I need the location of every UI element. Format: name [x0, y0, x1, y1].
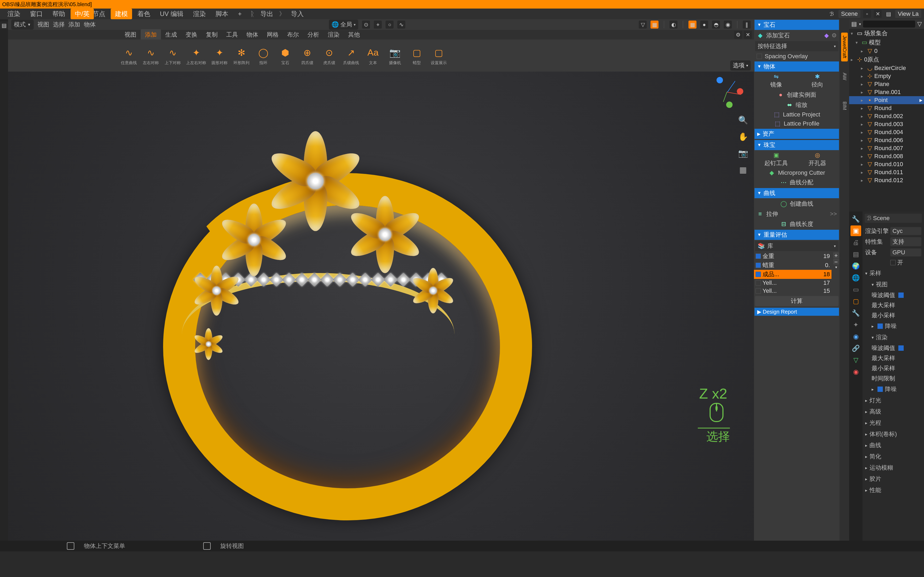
prop-section[interactable]: ▸降噪	[865, 384, 922, 395]
viewlayer-select[interactable]: View La	[895, 10, 921, 18]
gem-header[interactable]: ▼宝石	[754, 20, 839, 30]
scene-new-icon[interactable]: ▫	[863, 10, 871, 18]
prop-tab-data[interactable]: ▽	[850, 355, 861, 366]
feature-value[interactable]: 支持	[890, 237, 921, 246]
prop-section[interactable]: ▸灯光	[865, 395, 922, 406]
shelf-tool[interactable]: ↗爪镶曲线	[342, 46, 360, 66]
curve-length-button[interactable]: ⊟曲线长度	[754, 219, 840, 229]
shelf-gear-icon[interactable]: ⚙	[734, 31, 742, 39]
select-by-trait[interactable]: 按特征选择▾	[755, 41, 838, 51]
scene-breadcrumb[interactable]: ℬ Scene	[865, 214, 922, 223]
shelf-tool[interactable]: ∿左右对称	[142, 46, 159, 66]
prop-tab-render[interactable]: ▣	[850, 226, 861, 236]
device-value[interactable]: GPU	[890, 248, 921, 256]
filter-icon[interactable]: ▽	[639, 21, 647, 29]
shelf-tool[interactable]: ✻环形阵列	[233, 46, 250, 66]
grid-icon[interactable]: ▦	[737, 164, 749, 175]
outliner-item[interactable]: ▸▽Round.002	[849, 112, 924, 120]
shelf-tool[interactable]: ▢蜡型	[408, 46, 425, 66]
calc-button[interactable]: 计算	[755, 296, 838, 306]
outliner-item[interactable]: ▸▽Round.006	[849, 136, 924, 144]
vp-menu-select[interactable]: 选择	[53, 21, 65, 29]
curve-distribute-button[interactable]: ⋯曲线分配	[754, 177, 840, 187]
axis-x-icon[interactable]	[737, 88, 743, 95]
shelf-tab-view[interactable]: 视图	[120, 29, 141, 40]
outliner-search[interactable]	[863, 21, 915, 27]
outliner-item[interactable]: ▸▽Round.012	[849, 176, 924, 184]
checkbox-icon[interactable]	[756, 253, 761, 259]
hole-tool-button[interactable]: ◎开孔器	[797, 152, 838, 167]
outliner-item[interactable]: ▸▽Round.008	[849, 152, 924, 160]
prop-tab-material[interactable]: ◉	[850, 366, 861, 377]
engine-value[interactable]: Cyc	[890, 227, 921, 235]
checkbox-icon[interactable]	[756, 272, 761, 277]
shelf-tab-bool[interactable]: 布尔	[283, 29, 303, 40]
outliner-item[interactable]: ▸▽Round.004	[849, 128, 924, 136]
extrude-button[interactable]: ≡拉伸>>	[754, 209, 840, 219]
microprong-button[interactable]: ◆Microprong Cutter	[754, 168, 840, 177]
tab-shading[interactable]: 着色	[133, 8, 155, 19]
object-header[interactable]: ▼物体	[754, 61, 839, 72]
weight-row[interactable]: 蜡重0.	[754, 261, 832, 270]
tab-bim[interactable]: BIM	[841, 91, 848, 120]
prop-tab-object[interactable]: ▢	[850, 296, 861, 307]
scene-select[interactable]: Scene	[838, 10, 860, 18]
chevron-right-icon[interactable]: >>	[830, 211, 837, 218]
outliner-item[interactable]: ▸▽Round.007	[849, 144, 924, 152]
editor-type-icon[interactable]: ▤	[0, 21, 8, 29]
checkbox-on-icon[interactable]	[898, 345, 904, 351]
checkbox-icon[interactable]	[757, 54, 762, 59]
checkbox-icon[interactable]	[756, 280, 761, 285]
shelf-tab-tool[interactable]: 工具	[222, 29, 242, 40]
prop-tab-viewlayer[interactable]: ▤	[850, 249, 861, 259]
export-button[interactable]: 导出	[256, 8, 278, 19]
weight-row[interactable]: Yell...15	[754, 287, 832, 295]
vp-menu-view[interactable]: 视图	[37, 21, 49, 29]
add-gem-button[interactable]: ◆添加宝石◆⚙	[754, 31, 840, 40]
hand-icon[interactable]: ✋	[737, 131, 749, 142]
tab-uvedit[interactable]: UV 编辑	[156, 8, 188, 19]
collection-model-row[interactable]: ▾▭模型	[849, 38, 924, 47]
spacing-overlay-row[interactable]: Spacing Overlay	[754, 52, 840, 61]
prop-tab-tool[interactable]: 🔧	[850, 214, 861, 224]
shelf-tool[interactable]: 📷摄像机	[386, 46, 404, 66]
lattice-project-button[interactable]: ⬚Lattice Project	[754, 110, 840, 119]
vp-menu-add[interactable]: 添加	[68, 21, 80, 29]
shelf-tool[interactable]: ∿任意曲线	[120, 46, 137, 66]
shelf-tool[interactable]: ◯指环	[255, 46, 272, 66]
instance-button[interactable]: ●创建实例面	[754, 90, 840, 100]
shelf-tab-render[interactable]: 渲染	[323, 29, 344, 40]
minus-icon[interactable]: −	[833, 259, 839, 264]
outliner-item[interactable]: ▸◡BezierCircle	[849, 64, 924, 72]
scene-collection-row[interactable]: ▾▭场景集合	[849, 29, 924, 38]
checkbox-on-icon[interactable]	[877, 387, 883, 392]
plus-icon[interactable]: +	[833, 252, 839, 258]
weight-row[interactable]: 成品...18	[754, 270, 832, 279]
weight-row[interactable]: 金重19	[754, 251, 832, 261]
vp-menu-object[interactable]: 物体	[84, 21, 96, 29]
outliner-item[interactable]: ▸▽Round.011	[849, 168, 924, 176]
checkbox-icon[interactable]	[756, 263, 761, 268]
lattice-profile-button[interactable]: ⬚Lattice Profile	[754, 119, 840, 128]
render-subsection[interactable]: ▾渲染	[865, 332, 922, 343]
tab-jewelcraft[interactable]: JewelCraft	[841, 32, 848, 61]
prop-section[interactable]: ▸胶片	[865, 473, 922, 485]
shelf-tool[interactable]: ∿上下对称	[164, 46, 181, 66]
shelf-tab-add[interactable]: 添加	[141, 29, 161, 40]
prop-tab-output[interactable]: 🖨	[850, 237, 861, 248]
zoom-icon[interactable]: 🔍	[737, 114, 749, 126]
gear-icon[interactable]: ⚙	[832, 32, 837, 39]
prop-tab-scene[interactable]: 🌍	[850, 261, 861, 271]
shelf-tab-analyze[interactable]: 分析	[303, 29, 323, 40]
gizmo-icon[interactable]: ◐	[669, 21, 677, 29]
mode-dropdown[interactable]: 模式▼	[11, 19, 34, 30]
shading-solid-icon[interactable]: ●	[700, 21, 708, 29]
shelf-tab-copy[interactable]: 复制	[202, 29, 222, 40]
import-button[interactable]: 导入	[287, 8, 308, 19]
shelf-tool[interactable]: ⊕四爪镶	[299, 46, 316, 66]
prop-tab-physics[interactable]: ◉	[850, 331, 861, 342]
outliner-item[interactable]: ▸▽Round	[849, 104, 924, 112]
shelf-tool[interactable]: ⊙虎爪镶	[321, 46, 338, 66]
nail-tool-button[interactable]: ▣起钉工具	[756, 152, 797, 167]
prop-section[interactable]: ▸曲线	[865, 440, 922, 451]
